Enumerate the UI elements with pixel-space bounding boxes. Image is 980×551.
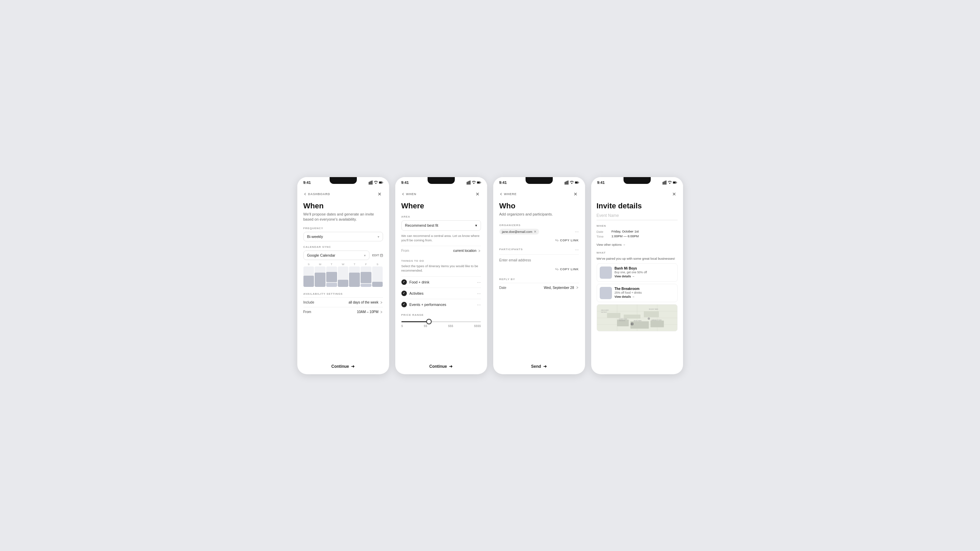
who-subtitle: Add organizers and participants.	[500, 212, 579, 217]
events-more[interactable]: ···	[477, 302, 481, 307]
participants-email-input[interactable]	[500, 257, 579, 264]
svg-rect-44	[630, 321, 649, 329]
where-title: Where	[401, 202, 481, 210]
activities-label: Activities	[410, 291, 423, 295]
biz-promo-0: Buy one, get one 50% off	[615, 271, 675, 274]
days-grid: S M T W T F S	[304, 263, 383, 287]
close-invite[interactable]: ✕	[671, 191, 678, 197]
calendar-select[interactable]: Google Calendar ▾	[304, 251, 369, 260]
todo-activities[interactable]: Activities ···	[401, 287, 481, 299]
back-to-dashboard[interactable]: DASHBOARD	[304, 192, 330, 196]
who-content: WHERE ✕ Who Add organizers and participa…	[493, 186, 585, 374]
when-subtitle: We'll propose dates and generate an invi…	[304, 212, 383, 222]
org-more-btn[interactable]: ···	[575, 229, 579, 234]
frequency-select[interactable]: Bi-weekly ▾	[304, 232, 383, 241]
avail-include-row[interactable]: Include all days of the week	[304, 297, 383, 307]
area-dropdown[interactable]: Recommend best fit ▾	[401, 220, 481, 231]
close-when[interactable]: ✕	[376, 191, 383, 197]
day-col-T1: T	[326, 263, 337, 287]
biz-info-1: The Breakroom 25% off food + drinks View…	[615, 287, 675, 299]
area-dropdown-chevron: ▾	[475, 223, 477, 228]
invite-details-screen: 9:41 ✕ Invite details WHEN Date Friday, …	[591, 177, 683, 374]
time-key: Time	[597, 234, 608, 238]
activities-more[interactable]: ···	[477, 291, 481, 296]
remove-organizer[interactable]: ✕	[534, 230, 536, 233]
copy-link-btn[interactable]: COPY LINK	[560, 239, 579, 242]
send-btn[interactable]: Send	[500, 359, 579, 369]
where-continue-btn[interactable]: Continue	[401, 359, 481, 369]
back-to-when[interactable]: WHEN	[401, 192, 416, 196]
avail-from-value: 10AM – 10PM	[357, 310, 383, 314]
close-who[interactable]: ✕	[572, 191, 579, 197]
where-screen: 9:41 WHEN ✕ Where AREA Recommend best fi…	[395, 177, 487, 374]
avail-from-row[interactable]: From 10AM – 10PM	[304, 307, 383, 316]
screens-container: 9:41 DASHBOARD ✕ When We'll propose date…	[297, 177, 683, 374]
notch-1	[329, 177, 357, 184]
reply-date-row[interactable]: Date Wed, September 28	[500, 283, 579, 292]
organizers-label: ORGANIZERS	[500, 224, 579, 227]
price-slider[interactable]	[401, 321, 481, 322]
where-nav: WHEN ✕	[401, 191, 481, 197]
price-fill	[401, 321, 429, 322]
svg-point-4	[375, 183, 376, 184]
svg-rect-45	[651, 321, 663, 327]
event-name-input[interactable]	[597, 212, 678, 220]
participants-section: PARTICIPANTS ··· COPY LINK	[500, 247, 579, 274]
avail-from-label: From	[304, 310, 311, 314]
calendar-value: Google Calendar	[307, 253, 336, 257]
when-title: When	[304, 202, 383, 210]
price-thumb[interactable]	[426, 319, 432, 324]
events-check	[401, 302, 407, 307]
svg-rect-6	[379, 181, 382, 183]
organizer-email: jane.doe@email.com	[502, 230, 532, 233]
svg-rect-27	[665, 181, 665, 184]
svg-text:DISTRICT: DISTRICT	[601, 311, 607, 313]
edit-calendar-link[interactable]: EDIT	[372, 254, 383, 257]
biz-name-1: The Breakroom	[615, 287, 675, 291]
participants-copy-link-btn[interactable]: COPY LINK	[560, 267, 579, 271]
price-3: $$$	[448, 324, 453, 328]
biz-card-1: The Breakroom 25% off food + drinks View…	[597, 284, 678, 302]
status-bar-2: 9:41	[395, 177, 487, 186]
svg-rect-25	[663, 182, 663, 184]
back-to-where[interactable]: WHERE	[500, 192, 517, 196]
food-more[interactable]: ···	[477, 279, 481, 285]
status-bar-1: 9:41	[297, 177, 389, 186]
when-section: Date Friday, October 1st Time 1:00PM — 6…	[597, 229, 678, 239]
status-icons-2	[467, 181, 481, 184]
reply-by-section: REPLY BY Date Wed, September 28	[500, 278, 579, 292]
view-other-options[interactable]: View other options →	[597, 243, 678, 246]
who-screen: 9:41 WHERE ✕ Who Add organizers and part…	[493, 177, 585, 374]
svg-rect-26	[663, 181, 664, 184]
biz-thumb-1	[600, 287, 612, 299]
price-1: $	[401, 324, 403, 328]
time-value: 1:00PM — 6:00PM	[612, 234, 639, 238]
close-where[interactable]: ✕	[474, 191, 481, 197]
when-continue-btn[interactable]: Continue	[304, 359, 383, 369]
todo-events[interactable]: Events + performances ···	[401, 299, 481, 310]
avail-include-value: all days of the week	[348, 300, 383, 304]
notch-3	[525, 177, 553, 184]
from-value: current location	[453, 249, 480, 252]
svg-rect-17	[565, 182, 565, 184]
from-location-row[interactable]: From current location	[401, 246, 481, 255]
svg-rect-7	[382, 182, 383, 183]
day-col-T2: T	[349, 263, 360, 287]
who-nav: WHERE ✕	[500, 191, 579, 197]
svg-rect-18	[566, 181, 566, 184]
participants-more-btn[interactable]: ···	[575, 247, 579, 252]
svg-text:REGENT PARK: REGENT PARK	[649, 308, 658, 310]
reply-by-label: REPLY BY	[500, 278, 579, 281]
todo-food-drink[interactable]: Food + drink ···	[401, 276, 481, 287]
svg-rect-11	[469, 181, 469, 184]
status-bar-3: 9:41	[493, 177, 585, 186]
biz-name-0: Banh Mi Boys	[615, 267, 675, 270]
food-check	[401, 279, 407, 285]
biz-link-1[interactable]: View details →	[615, 295, 675, 299]
svg-point-21	[571, 183, 572, 184]
svg-rect-10	[468, 181, 468, 184]
biz-card-0: Banh Mi Boys Buy one, get one 50% off Vi…	[597, 264, 678, 282]
biz-link-0[interactable]: View details →	[615, 275, 675, 278]
svg-text:DISCOVERY: DISCOVERY	[601, 309, 609, 311]
notch-4	[624, 177, 651, 184]
